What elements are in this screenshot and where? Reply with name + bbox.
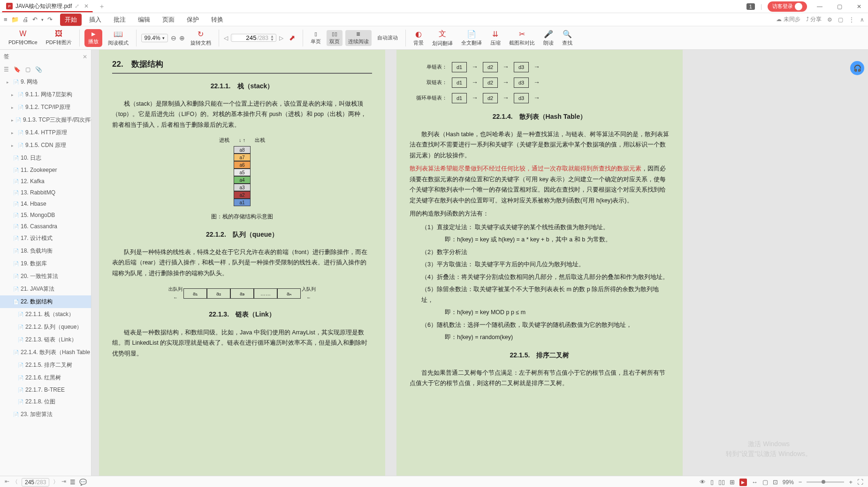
menu-item-2[interactable]: 批注 xyxy=(109,14,130,26)
zoom-box[interactable]: 99.4%▾ xyxy=(141,34,168,42)
status-page-input[interactable]: 245/283 xyxy=(22,478,49,487)
outline-item[interactable]: 📄22. 数据结构 xyxy=(0,295,91,308)
minimize-icon[interactable]: — xyxy=(813,3,827,10)
menu-item-6[interactable]: 转换 xyxy=(206,14,228,26)
search-button[interactable]: 🔍查找 xyxy=(559,29,575,47)
eye-icon[interactable]: 👁 xyxy=(700,479,706,486)
outline-item[interactable]: 📄21. JAVA算法 xyxy=(0,283,91,295)
outline-item[interactable]: ▸📄9.1.3. TCP三次握手/四次挥手 xyxy=(0,114,91,126)
zoom-out-icon[interactable]: − xyxy=(799,479,802,486)
single-page-button[interactable]: ▯单页 xyxy=(308,30,324,46)
zoom-in-icon[interactable]: ⊕ xyxy=(179,34,185,42)
next-page-icon[interactable]: 〉 xyxy=(53,478,59,486)
outline-item[interactable]: 📄22.1.1. 栈（stack） xyxy=(0,308,91,321)
outline-item[interactable]: 📄22.1.4. 散列表（Hash Table） xyxy=(0,346,91,359)
fit-width-icon[interactable]: ↔ xyxy=(752,479,758,486)
skin-icon[interactable]: ▢ xyxy=(838,16,843,23)
rotate-button[interactable]: ↻旋转文档 xyxy=(188,29,214,47)
menu-item-0[interactable]: 开始 xyxy=(60,14,82,26)
outline-item[interactable]: 📄15. MongoDB xyxy=(0,209,91,221)
thumbnail-tab-icon[interactable]: ▢ xyxy=(25,66,30,73)
gear-icon[interactable]: ⚙ xyxy=(827,16,832,23)
outline-item[interactable]: 📄20. 一致性算法 xyxy=(0,270,91,283)
page-down-icon[interactable]: ▼ xyxy=(270,38,274,41)
outline-item[interactable]: ▸📄9.1.5. CDN 原理 xyxy=(0,139,91,152)
outline-tab-icon[interactable]: ☰ xyxy=(4,66,9,73)
outline-item[interactable]: 📄14. Hbase xyxy=(0,198,91,209)
last-page-icon[interactable]: ⇥ xyxy=(61,478,66,486)
document-tab[interactable]: P JAVA核心知识整理.pdf ⤢ ✕ xyxy=(2,1,93,12)
attachment-tab-icon[interactable]: 📎 xyxy=(35,66,42,73)
menu-item-5[interactable]: 保护 xyxy=(182,14,204,26)
outline-item[interactable]: ▸📄9.1.4. HTTP原理 xyxy=(0,126,91,139)
outline-item[interactable]: 📄13. RabbitMQ xyxy=(0,187,91,198)
outline-item[interactable]: 📄22.1.7. B-TREE xyxy=(0,384,91,395)
fullscreen-icon[interactable]: ⛶ xyxy=(857,479,863,486)
read-mode-button[interactable]: 📖阅读模式 xyxy=(105,29,131,47)
compress-button[interactable]: ⇊压缩 xyxy=(487,29,503,47)
outline-item[interactable]: 📄19. 数据库 xyxy=(0,257,91,270)
outline-item[interactable]: ▸📄9.1.1. 网络7层架构 xyxy=(0,88,91,101)
collapse-ribbon-icon[interactable]: ∧ xyxy=(860,16,864,23)
pdf-to-office-button[interactable]: WPDF转Office xyxy=(6,29,40,47)
chevron-down-icon[interactable]: ▾ xyxy=(162,36,165,40)
bookmark-tab-icon[interactable]: 🔖 xyxy=(14,66,21,73)
outline-item[interactable]: 📄22.1.8. 位图 xyxy=(0,395,91,408)
page-number-field[interactable] xyxy=(233,34,257,41)
outline-item[interactable]: 📄22.1.6. 红黑树 xyxy=(0,371,91,384)
undo-dropdown-icon[interactable]: ▾ xyxy=(41,17,44,22)
prev-page-icon[interactable]: ◁ xyxy=(224,35,228,41)
outline-item[interactable]: 📄10. 日志 xyxy=(0,152,91,164)
play-slideshow-icon[interactable]: ▶ xyxy=(739,479,747,486)
zoom-out-icon[interactable]: ⊖ xyxy=(171,34,176,42)
tab-pin-icon[interactable]: ⤢ xyxy=(75,3,79,9)
page-input[interactable]: /283 ▲▼ xyxy=(231,34,276,42)
redo-icon[interactable]: ↷ xyxy=(47,16,53,23)
play-button[interactable]: ▶播放 xyxy=(84,29,102,47)
floating-help-button[interactable]: 🎧 xyxy=(850,61,864,75)
close-window-icon[interactable]: ✕ xyxy=(852,3,866,10)
background-button[interactable]: ◐背景 xyxy=(411,29,426,47)
prev-page-icon[interactable]: 〈 xyxy=(12,478,18,486)
outline-item[interactable]: 📄11. Zookeeper xyxy=(0,164,91,176)
outline-item[interactable]: 📄18. 负载均衡 xyxy=(0,245,91,257)
outline-item[interactable]: 📄22.1.3. 链表（Link） xyxy=(0,333,91,346)
view-grid-icon[interactable]: ⊞ xyxy=(730,479,735,486)
outline-item[interactable]: 📄23. 加密算法 xyxy=(0,408,91,421)
outline-toggle-icon[interactable]: ☰ xyxy=(70,479,76,486)
first-page-icon[interactable]: ⇤ xyxy=(5,478,9,486)
outline-item[interactable]: 📄22.1.5. 排序二叉树 xyxy=(0,359,91,371)
full-translate-button[interactable]: 📄全文翻译 xyxy=(458,29,485,47)
outline-item[interactable]: 📄16. Cassandra xyxy=(0,221,91,232)
view-single-icon[interactable]: ▯ xyxy=(710,479,714,486)
more-icon[interactable]: ⋮ xyxy=(849,16,854,23)
pdf-to-image-button[interactable]: 🖼PDF转图片 xyxy=(43,29,75,47)
comment-icon[interactable]: 💬 xyxy=(79,479,87,486)
outline-item[interactable]: ▸📄9.1.2. TCP/IP原理 xyxy=(0,101,91,114)
grid-icon[interactable]: ⊡ xyxy=(773,479,778,486)
goto-page-button[interactable]: ⬈ xyxy=(286,32,298,43)
menu-item-4[interactable]: 页面 xyxy=(158,14,179,26)
open-icon[interactable]: 📁 xyxy=(11,16,19,23)
menu-item-3[interactable]: 编辑 xyxy=(133,14,155,26)
view-double-icon[interactable]: ▯▯ xyxy=(718,479,725,486)
outline-item[interactable]: 📄17. 设计模式 xyxy=(0,232,91,245)
outline-item[interactable]: 📄12. Kafka xyxy=(0,176,91,187)
read-aloud-button[interactable]: 🎤朗读 xyxy=(541,29,556,47)
notification-badge[interactable]: 1 xyxy=(746,3,755,10)
crop-compare-button[interactable]: ✂截图和对比 xyxy=(506,29,538,47)
fit-page-icon[interactable]: ▢ xyxy=(762,479,768,486)
sync-status[interactable]: ☁ 未同步 xyxy=(776,15,800,23)
outline-item[interactable]: 📄22.1.2. 队列（queue） xyxy=(0,321,91,333)
outline-item[interactable]: ▸📄9. 网络 xyxy=(0,76,91,88)
double-page-button[interactable]: ▯▯双页 xyxy=(327,30,343,46)
close-icon[interactable]: ✕ xyxy=(84,3,89,9)
menu-icon[interactable]: ≡ xyxy=(4,16,8,23)
menu-item-1[interactable]: 插入 xyxy=(84,14,106,26)
sidebar-close-icon[interactable]: ✕ xyxy=(83,54,87,60)
add-tab-icon[interactable]: ＋ xyxy=(99,2,105,11)
continuous-button[interactable]: ≣连续阅读 xyxy=(345,30,372,46)
share-button[interactable]: ⤴ 分享 xyxy=(806,15,822,23)
login-button[interactable]: 访客登录 xyxy=(768,1,807,12)
dict-translate-button[interactable]: 文划词翻译 xyxy=(429,28,456,48)
